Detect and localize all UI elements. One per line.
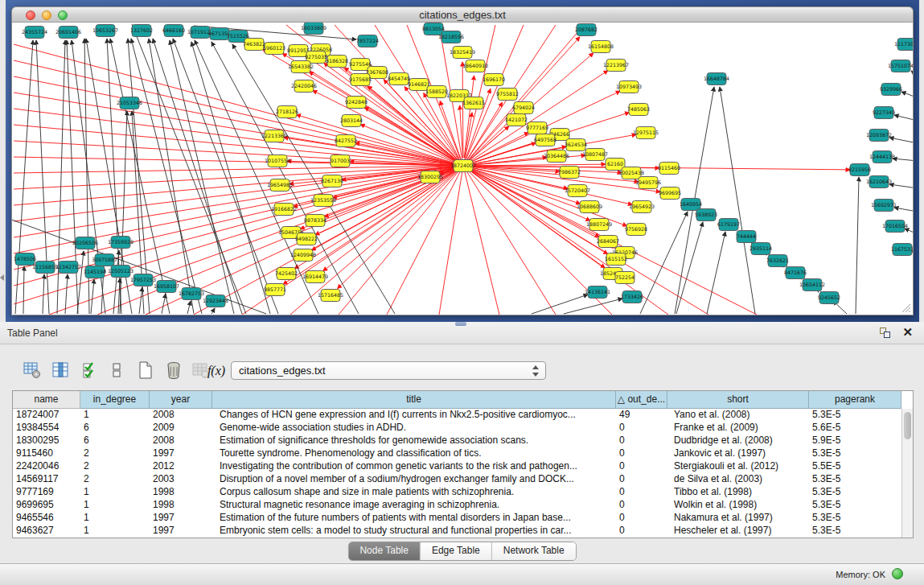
graph-node-label: 8471676 [784,270,807,275]
table-mode-button[interactable] [20,359,44,383]
graph-edge [889,138,914,143]
table-cell: 5.3E-5 [809,512,901,525]
table-row[interactable]: 969969511998Structural magnetic resonanc… [13,499,913,512]
table-header-row: namein_degreeyeartitle△ out_de...shortpa… [13,391,913,409]
table-panel-header: Table Panel ✕ [0,322,924,344]
graph-node-label: 8454749 [388,76,410,81]
graph-node-label: 1640954 [680,201,702,207]
column-header-year[interactable]: year [150,391,212,409]
table-cell: 14569117 [13,473,80,486]
table-cell: 22420046 [13,460,80,473]
table-body: 1872400712008Changes of HCN gene express… [13,409,913,538]
table-cell: Nakamura et al. (1997) [667,512,809,525]
graph-node-label: 16914479 [302,274,328,279]
table-cell: Dudbridge et al. (2008) [667,435,809,447]
table-column-icon [52,361,70,379]
graph-node-label: 19166822 [271,206,297,212]
graph-edge [901,92,914,98]
memory-status-indicator[interactable] [892,568,903,579]
graph-node-label: 1588520 [425,89,448,94]
graph-node-label: 3624534 [565,142,587,147]
function-builder-button[interactable]: f(x) [201,359,232,383]
graph-node-label: 9175685 [349,76,372,82]
table-select-value: citations_edges.txt [239,365,326,377]
table-cell: 2 [80,447,150,460]
table-cell: 5.9E-5 [809,435,901,447]
column-header-in_degree[interactable]: in_degree [80,391,150,409]
graph-node-label: 1733426 [621,294,643,299]
table-cell: 6 [80,422,150,435]
table-cell: 19384554 [13,422,80,435]
table-cell: 0 [616,486,667,499]
table-row[interactable]: 946554611997Estimation of the future num… [13,512,913,525]
column-header-name[interactable]: name [13,391,80,409]
table-row[interactable]: 911546021997Tourette syndrome. Phenomeno… [13,447,913,460]
show-columns-button[interactable] [49,359,73,383]
new-document-icon [137,361,154,379]
table-cell: 2003 [150,473,212,486]
graph-node-label: 8186328 [326,58,348,64]
graph-node-label: 7485063 [627,106,650,112]
graph-node-label: 8215958 [848,167,871,172]
table-cell: Estimation of significance thresholds fo… [212,435,616,447]
graph-edge [120,111,127,314]
graph-node-label: 16782753 [179,290,204,296]
tab-network-table[interactable]: Network Table [492,542,576,560]
table-cell: 18724007 [13,409,80,422]
graph-node-label: 1478506 [14,256,36,262]
table-row[interactable]: 1830029562008Estimation of significance … [13,435,913,447]
tab-edge-table[interactable]: Edge Table [421,542,492,560]
graph-node-label: 12093872 [866,132,892,138]
graph-node-label: 7857224 [356,38,379,43]
graph-node-label: 9777169 [526,125,548,130]
table-cell: Investigating the contribution of common… [212,460,616,473]
graph-node-label: 19654923 [629,204,655,209]
graph-edge [464,76,474,158]
graph-edge [463,166,556,315]
graph-node-label: 10688609 [577,204,602,209]
table-cell: Corpus callosum shape and size in male p… [212,486,616,499]
table-row[interactable]: 977716911998Corpus callosum shape and si… [13,486,913,499]
network-canvas[interactable]: 2435572420691406106532671327602646616010… [11,23,914,315]
graph-edge [467,102,502,159]
graph-node-label: 12342757 [55,264,81,270]
table-row[interactable]: 2242004622012Investigating the contribut… [13,460,913,473]
table-cell: 1 [80,409,150,422]
graph-node-label: 10973493 [616,84,642,89]
graph-node-label: 20691406 [55,29,81,35]
table-cell: Estimation of the future numbers of pati… [212,512,616,525]
close-panel-icon[interactable]: ✕ [902,325,913,340]
column-header-pagerank[interactable]: pagerank [809,391,901,409]
graph-node-label: 16033809 [301,25,326,31]
table-cell: 2008 [150,409,212,422]
table-select-dropdown[interactable]: citations_edges.txt [231,361,546,380]
table-row[interactable]: 946362711997Embryonic stem cells: a mode… [13,525,913,538]
graph-edge [905,229,914,234]
table-row[interactable]: 1872400712008Changes of HCN gene express… [13,409,913,422]
table-row[interactable]: 1456911722003Disruption of a novel membe… [13,473,913,486]
graph-node-label: 10653267 [92,27,118,33]
panel-collapse-arrow[interactable] [0,274,4,281]
graph-node-label: 9275035 [305,54,327,60]
row-height-button[interactable] [105,359,129,383]
column-header-title[interactable]: title [212,391,616,409]
graph-node-label: 9146821 [408,81,430,87]
window-titlebar[interactable]: citations_edges.txt [11,6,914,23]
column-header-short[interactable]: short [667,391,809,409]
selection-mode-button[interactable] [79,359,103,383]
tab-node-table[interactable]: Node Table [348,542,421,560]
table-row[interactable]: 1938455462009Genome-wide association stu… [13,422,913,435]
table-cell: 1 [80,525,150,538]
graph-node-label: 20206506 [72,240,98,245]
window-resize-grip[interactable] [901,303,911,313]
graph-node-label: 9227349 [873,109,895,115]
table-cell: 2 [80,473,150,486]
delete-column-button[interactable] [162,359,186,383]
float-panel-icon[interactable] [880,328,890,338]
splitter-handle[interactable] [455,322,466,326]
graph-edge [187,301,191,314]
new-column-button[interactable] [133,359,158,383]
column-header-out_de[interactable]: △ out_de... [616,391,667,409]
scrollbar-thumb[interactable] [904,412,911,439]
graph-node-label: 917003 [331,158,350,163]
